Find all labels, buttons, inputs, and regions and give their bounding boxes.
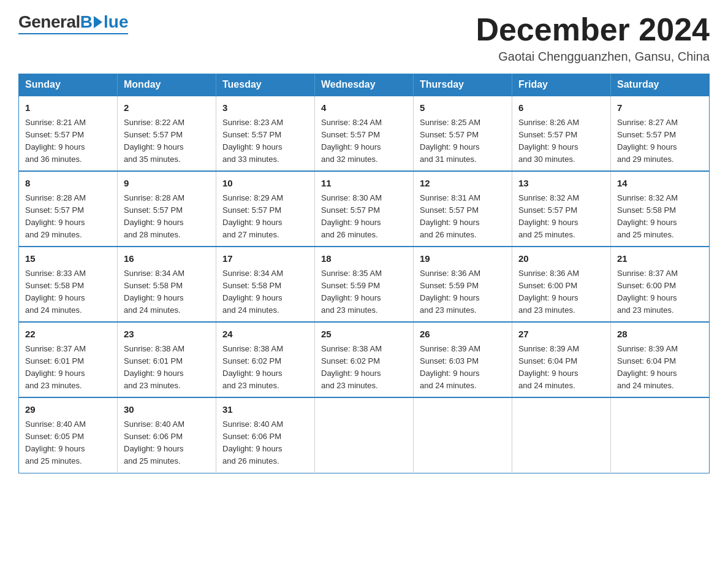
day-number: 31: [222, 403, 308, 417]
calendar-cell: 14Sunrise: 8:32 AMSunset: 5:58 PMDayligh…: [611, 171, 710, 247]
calendar-cell: [611, 397, 710, 473]
day-info: Sunrise: 8:26 AMSunset: 5:57 PMDaylight:…: [518, 117, 604, 166]
day-number: 10: [222, 177, 308, 191]
calendar-cell: 17Sunrise: 8:34 AMSunset: 5:58 PMDayligh…: [216, 247, 315, 322]
day-info: Sunrise: 8:40 AMSunset: 6:06 PMDaylight:…: [124, 418, 210, 468]
day-number: 26: [420, 327, 506, 342]
calendar-cell: 13Sunrise: 8:32 AMSunset: 5:57 PMDayligh…: [512, 171, 611, 247]
day-number: 29: [25, 403, 111, 417]
day-info: Sunrise: 8:37 AMSunset: 6:01 PMDaylight:…: [25, 343, 111, 393]
day-info: Sunrise: 8:27 AMSunset: 5:57 PMDaylight:…: [617, 117, 703, 166]
calendar-cell: 10Sunrise: 8:29 AMSunset: 5:57 PMDayligh…: [216, 171, 315, 247]
day-info: Sunrise: 8:34 AMSunset: 5:58 PMDaylight:…: [124, 267, 210, 317]
day-number: 20: [518, 252, 604, 266]
day-info: Sunrise: 8:34 AMSunset: 5:58 PMDaylight:…: [222, 267, 308, 317]
day-info: Sunrise: 8:36 AMSunset: 6:00 PMDaylight:…: [518, 267, 604, 317]
day-number: 23: [124, 327, 210, 342]
logo-blue-section: B lue: [80, 12, 129, 32]
day-info: Sunrise: 8:29 AMSunset: 5:57 PMDaylight:…: [222, 192, 308, 242]
day-info: Sunrise: 8:21 AMSunset: 5:57 PMDaylight:…: [25, 117, 111, 166]
calendar-cell: 15Sunrise: 8:33 AMSunset: 5:58 PMDayligh…: [19, 247, 118, 322]
calendar-cell: 6Sunrise: 8:26 AMSunset: 5:57 PMDaylight…: [512, 96, 611, 171]
day-info: Sunrise: 8:39 AMSunset: 6:04 PMDaylight:…: [518, 343, 604, 393]
calendar-header-row: SundayMondayTuesdayWednesdayThursdayFrid…: [19, 74, 710, 96]
calendar-cell: 26Sunrise: 8:39 AMSunset: 6:03 PMDayligh…: [414, 322, 512, 397]
day-number: 24: [222, 327, 308, 342]
calendar-week-row: 8Sunrise: 8:28 AMSunset: 5:57 PMDaylight…: [19, 171, 710, 247]
calendar-cell: 31Sunrise: 8:40 AMSunset: 6:06 PMDayligh…: [216, 397, 315, 473]
day-number: 9: [124, 177, 210, 191]
day-info: Sunrise: 8:25 AMSunset: 5:57 PMDaylight:…: [420, 117, 506, 166]
calendar-week-row: 29Sunrise: 8:40 AMSunset: 6:05 PMDayligh…: [19, 397, 710, 473]
calendar-header-monday: Monday: [118, 74, 216, 96]
day-number: 7: [617, 101, 703, 115]
calendar-cell: 2Sunrise: 8:22 AMSunset: 5:57 PMDaylight…: [118, 96, 216, 171]
title-section: December 2024 Gaotai Chengguanzhen, Gans…: [476, 12, 710, 64]
calendar-cell: 18Sunrise: 8:35 AMSunset: 5:59 PMDayligh…: [315, 247, 414, 322]
day-number: 1: [25, 101, 111, 115]
day-info: Sunrise: 8:38 AMSunset: 6:02 PMDaylight:…: [321, 343, 407, 393]
day-info: Sunrise: 8:22 AMSunset: 5:57 PMDaylight:…: [124, 117, 210, 166]
calendar-cell: 28Sunrise: 8:39 AMSunset: 6:04 PMDayligh…: [611, 322, 710, 397]
calendar-header-friday: Friday: [512, 74, 611, 96]
calendar-cell: 3Sunrise: 8:23 AMSunset: 5:57 PMDaylight…: [216, 96, 315, 171]
day-number: 27: [518, 327, 604, 342]
day-info: Sunrise: 8:33 AMSunset: 5:58 PMDaylight:…: [25, 267, 111, 317]
calendar-cell: 7Sunrise: 8:27 AMSunset: 5:57 PMDaylight…: [611, 96, 710, 171]
calendar-cell: 21Sunrise: 8:37 AMSunset: 6:00 PMDayligh…: [611, 247, 710, 322]
day-number: 19: [420, 252, 506, 266]
day-number: 6: [518, 101, 604, 115]
calendar-table: SundayMondayTuesdayWednesdayThursdayFrid…: [18, 74, 710, 473]
day-info: Sunrise: 8:37 AMSunset: 6:00 PMDaylight:…: [617, 267, 703, 317]
location-title: Gaotai Chengguanzhen, Gansu, China: [476, 50, 710, 64]
day-info: Sunrise: 8:38 AMSunset: 6:02 PMDaylight:…: [222, 343, 308, 393]
logo-b: B: [80, 12, 93, 32]
calendar-cell: 22Sunrise: 8:37 AMSunset: 6:01 PMDayligh…: [19, 322, 118, 397]
day-info: Sunrise: 8:28 AMSunset: 5:57 PMDaylight:…: [124, 192, 210, 242]
calendar-week-row: 15Sunrise: 8:33 AMSunset: 5:58 PMDayligh…: [19, 247, 710, 322]
day-number: 5: [420, 101, 506, 115]
day-number: 18: [321, 252, 407, 266]
day-number: 16: [124, 252, 210, 266]
day-number: 13: [518, 177, 604, 191]
calendar-cell: 23Sunrise: 8:38 AMSunset: 6:01 PMDayligh…: [118, 322, 216, 397]
logo-lue: lue: [104, 12, 128, 32]
calendar-cell: 24Sunrise: 8:38 AMSunset: 6:02 PMDayligh…: [216, 322, 315, 397]
day-info: Sunrise: 8:31 AMSunset: 5:57 PMDaylight:…: [420, 192, 506, 242]
day-number: 14: [617, 177, 703, 191]
day-number: 15: [25, 252, 111, 266]
day-info: Sunrise: 8:32 AMSunset: 5:57 PMDaylight:…: [518, 192, 604, 242]
day-number: 21: [617, 252, 703, 266]
calendar-cell: 9Sunrise: 8:28 AMSunset: 5:57 PMDaylight…: [118, 171, 216, 247]
day-number: 12: [420, 177, 506, 191]
calendar-cell: 20Sunrise: 8:36 AMSunset: 6:00 PMDayligh…: [512, 247, 611, 322]
calendar-cell: 25Sunrise: 8:38 AMSunset: 6:02 PMDayligh…: [315, 322, 414, 397]
logo-triangle-icon: [94, 16, 102, 28]
day-number: 11: [321, 177, 407, 191]
day-info: Sunrise: 8:39 AMSunset: 6:03 PMDaylight:…: [420, 343, 506, 393]
calendar-cell: 4Sunrise: 8:24 AMSunset: 5:57 PMDaylight…: [315, 96, 414, 171]
calendar-header-saturday: Saturday: [611, 74, 710, 96]
day-number: 28: [617, 327, 703, 342]
day-info: Sunrise: 8:40 AMSunset: 6:06 PMDaylight:…: [222, 418, 308, 468]
day-info: Sunrise: 8:28 AMSunset: 5:57 PMDaylight:…: [25, 192, 111, 242]
day-info: Sunrise: 8:32 AMSunset: 5:58 PMDaylight:…: [617, 192, 703, 242]
calendar-week-row: 1Sunrise: 8:21 AMSunset: 5:57 PMDaylight…: [19, 96, 710, 171]
day-info: Sunrise: 8:40 AMSunset: 6:05 PMDaylight:…: [25, 418, 111, 468]
calendar-cell: [315, 397, 414, 473]
day-info: Sunrise: 8:35 AMSunset: 5:59 PMDaylight:…: [321, 267, 407, 317]
day-number: 2: [124, 101, 210, 115]
day-number: 25: [321, 327, 407, 342]
calendar-cell: [414, 397, 512, 473]
calendar-cell: 11Sunrise: 8:30 AMSunset: 5:57 PMDayligh…: [315, 171, 414, 247]
calendar-week-row: 22Sunrise: 8:37 AMSunset: 6:01 PMDayligh…: [19, 322, 710, 397]
day-number: 30: [124, 403, 210, 417]
day-info: Sunrise: 8:38 AMSunset: 6:01 PMDaylight:…: [124, 343, 210, 393]
day-number: 17: [222, 252, 308, 266]
day-number: 4: [321, 101, 407, 115]
day-info: Sunrise: 8:36 AMSunset: 5:59 PMDaylight:…: [420, 267, 506, 317]
day-number: 8: [25, 177, 111, 191]
day-info: Sunrise: 8:23 AMSunset: 5:57 PMDaylight:…: [222, 117, 308, 166]
calendar-header-thursday: Thursday: [414, 74, 512, 96]
page-header: General B lue December 2024 Gaotai Cheng…: [18, 12, 710, 64]
